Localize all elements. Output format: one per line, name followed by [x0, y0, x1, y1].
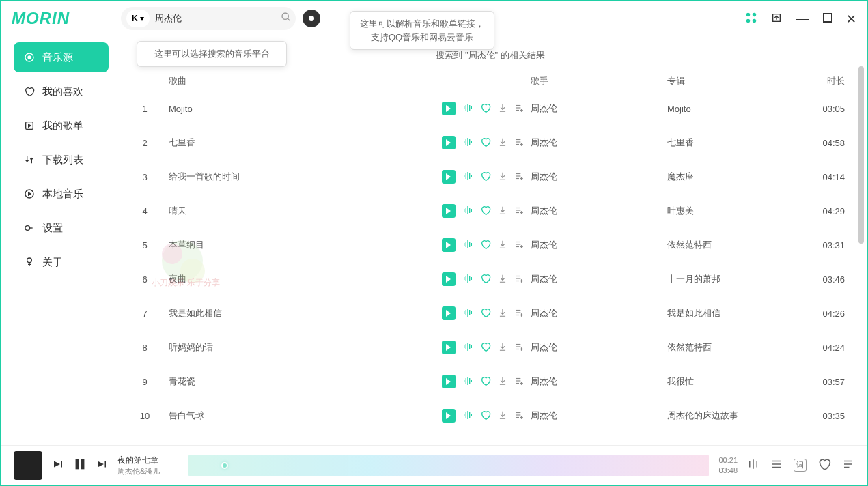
platform-selector[interactable]: K ▾	[126, 10, 150, 27]
waveform-icon[interactable]	[462, 341, 473, 354]
table-row[interactable]: 6夜曲周杰伦十一月的萧邦03:46	[128, 262, 853, 296]
sidebar-item-0[interactable]: 音乐源	[14, 42, 109, 72]
download-icon[interactable]	[498, 410, 507, 422]
waveform-icon[interactable]	[462, 307, 473, 320]
play-icon[interactable]	[442, 170, 456, 184]
heart-icon[interactable]	[480, 341, 491, 354]
sidebar-item-3[interactable]: 下载列表	[14, 145, 109, 175]
svg-point-4	[746, 18, 750, 22]
play-icon[interactable]	[442, 238, 456, 252]
play-icon[interactable]	[442, 409, 456, 423]
waveform-icon[interactable]	[462, 102, 473, 115]
album-art[interactable]	[14, 451, 42, 480]
apps-icon[interactable]	[745, 12, 757, 27]
waveform-icon[interactable]	[462, 375, 473, 388]
maximize-button[interactable]	[823, 13, 832, 25]
heart-icon[interactable]	[480, 307, 491, 320]
add-to-list-icon[interactable]	[514, 205, 524, 217]
download-icon[interactable]	[498, 103, 507, 115]
parse-link-button[interactable]	[303, 10, 320, 27]
prev-button[interactable]	[52, 458, 64, 473]
download-icon[interactable]	[498, 376, 507, 388]
sidebar-item-1[interactable]: 我的喜欢	[14, 76, 109, 106]
minimize-button[interactable]: —	[796, 11, 809, 27]
song-title: 给我一首歌的时间	[162, 171, 442, 183]
sidebar-item-4[interactable]: 本地音乐	[14, 179, 109, 209]
heart-icon[interactable]	[480, 375, 491, 388]
row-index: 3	[128, 172, 162, 182]
download-icon[interactable]	[498, 274, 507, 285]
waveform-icon[interactable]	[462, 273, 473, 286]
play-icon[interactable]	[442, 306, 456, 320]
sidebar-item-5[interactable]: 设置	[14, 213, 109, 243]
song-title: 听妈妈的话	[162, 341, 442, 354]
table-row[interactable]: 4晴天周杰伦叶惠美04:29	[128, 194, 853, 228]
platform-label: K	[132, 14, 138, 23]
main-content: 搜索到 "周杰伦" 的相关结果 歌曲 歌手 专辑 时长 1Mojito周杰伦Mo…	[121, 35, 867, 444]
play-icon[interactable]	[442, 102, 456, 115]
progress-cursor[interactable]	[221, 462, 228, 469]
table-row[interactable]: 7我是如此相信周杰伦我是如此相信04:26	[128, 296, 853, 330]
lyrics-button[interactable]: 词	[794, 459, 807, 472]
download-icon[interactable]	[498, 137, 507, 149]
song-album: 叶惠美	[667, 205, 811, 217]
waveform-icon[interactable]	[462, 137, 473, 149]
favorite-icon[interactable]	[817, 457, 831, 474]
scrollbar[interactable]	[858, 66, 864, 428]
heart-icon[interactable]	[480, 239, 491, 252]
waveform-icon[interactable]	[462, 205, 473, 218]
add-to-list-icon[interactable]	[514, 342, 524, 354]
table-row[interactable]: 9青花瓷周杰伦我很忙03:57	[128, 364, 853, 399]
heart-icon[interactable]	[480, 102, 491, 115]
waveform-progress[interactable]	[188, 455, 709, 476]
sidebar-item-2[interactable]: 我的歌单	[14, 111, 109, 141]
table-row[interactable]: 1Mojito周杰伦Mojito03:05	[128, 91, 853, 126]
waveform-icon[interactable]	[462, 171, 473, 184]
queue-icon[interactable]	[842, 458, 854, 473]
add-to-list-icon[interactable]	[514, 137, 524, 149]
sidebar-item-6[interactable]: 关于	[14, 247, 109, 277]
play-icon[interactable]	[442, 204, 456, 218]
equalizer-icon[interactable]	[747, 458, 759, 473]
add-to-list-icon[interactable]	[514, 376, 524, 388]
table-row[interactable]: 2七里香周杰伦七里香04:58	[128, 126, 853, 160]
pause-button[interactable]	[72, 457, 87, 474]
add-to-list-icon[interactable]	[514, 274, 524, 285]
download-icon[interactable]	[498, 205, 507, 217]
playlist-icon[interactable]	[770, 458, 783, 473]
play-icon[interactable]	[442, 341, 456, 354]
row-index: 2	[128, 138, 162, 148]
table-row[interactable]: 3给我一首歌的时间周杰伦魔杰座04:14	[128, 160, 853, 194]
svg-point-0	[282, 13, 288, 19]
app-logo: MORIN	[12, 9, 121, 28]
play-icon[interactable]	[442, 272, 456, 286]
heart-icon[interactable]	[480, 410, 491, 423]
table-row[interactable]: 5本草纲目周杰伦依然范特西03:31	[128, 228, 853, 262]
close-button[interactable]: ✕	[846, 12, 856, 27]
add-to-list-icon[interactable]	[514, 240, 524, 251]
download-icon[interactable]	[498, 308, 507, 319]
table-row[interactable]: 8听妈妈的话周杰伦依然范特西04:24	[128, 330, 853, 364]
download-icon[interactable]	[498, 171, 507, 183]
add-to-list-icon[interactable]	[514, 410, 524, 422]
search-icon[interactable]	[275, 12, 297, 25]
play-icon[interactable]	[442, 136, 456, 149]
waveform-icon[interactable]	[462, 239, 473, 252]
heart-icon[interactable]	[480, 205, 491, 218]
search-input[interactable]	[150, 14, 275, 24]
waveform-icon[interactable]	[462, 410, 473, 423]
pin-icon[interactable]	[771, 12, 782, 26]
song-artist: 周杰伦	[531, 307, 667, 319]
add-to-list-icon[interactable]	[514, 308, 524, 319]
heart-icon[interactable]	[480, 137, 491, 149]
play-icon[interactable]	[442, 375, 456, 388]
song-title: 晴天	[162, 205, 442, 217]
table-row[interactable]: 10告白气球周杰伦周杰伦的床边故事03:35	[128, 399, 853, 433]
add-to-list-icon[interactable]	[514, 103, 524, 115]
heart-icon[interactable]	[480, 273, 491, 286]
next-button[interactable]	[96, 458, 108, 473]
download-icon[interactable]	[498, 342, 507, 354]
add-to-list-icon[interactable]	[514, 171, 524, 183]
download-icon[interactable]	[498, 240, 507, 251]
heart-icon[interactable]	[480, 171, 491, 184]
